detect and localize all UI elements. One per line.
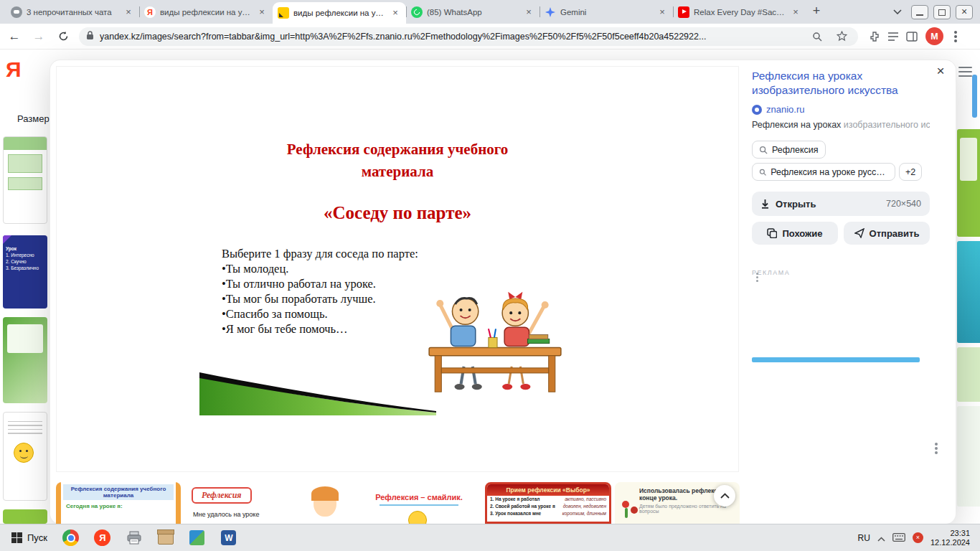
windows-logo-icon: [11, 532, 22, 543]
start-button[interactable]: Пуск: [6, 527, 53, 549]
related-thumbnail-4[interactable]: Прием рефлексии «Выбор» 1. На уроке я ра…: [485, 482, 611, 524]
close-viewer-icon[interactable]: [931, 62, 950, 80]
image-title-link[interactable]: Рефлексия на уроках изобразительного иск…: [752, 69, 930, 98]
tab-close-icon[interactable]: [256, 6, 268, 18]
yandex-logo[interactable]: Я: [6, 57, 22, 82]
tab-close-icon[interactable]: [123, 6, 134, 18]
result-thumbnail[interactable]: [957, 406, 980, 507]
minimize-button[interactable]: [911, 5, 928, 19]
tag-chip-lesson[interactable]: Рефлексия на уроке русского я...: [752, 163, 895, 181]
result-thumbnail[interactable]: [3, 317, 47, 403]
collapse-related-button[interactable]: [714, 485, 735, 507]
tab-title: Relax Every Day #SacDep: [694, 8, 786, 17]
size-filter-label: Размер: [17, 113, 50, 124]
related-thumbnail-3[interactable]: Рефлексия – смайлик.: [357, 482, 481, 524]
thumb-line: 3. Урок показался мнекоротким, длинным: [487, 510, 609, 517]
send-button[interactable]: Отправить: [844, 222, 930, 245]
back-button[interactable]: [4, 27, 24, 47]
more-tags-chip[interactable]: +2: [899, 163, 922, 181]
new-tab-button[interactable]: [806, 1, 826, 22]
tab-search-chevron-icon[interactable]: [888, 2, 907, 21]
tab-whatsapp[interactable]: (85) WhatsApp: [406, 0, 540, 24]
tab-close-icon[interactable]: [390, 7, 401, 19]
reading-list-icon[interactable]: [884, 27, 903, 46]
taskbar-word-icon[interactable]: W: [215, 527, 242, 549]
address-bar[interactable]: yandex.kz/images/search?from=tabbar&img_…: [79, 27, 858, 46]
taskbar-printer-icon[interactable]: [121, 527, 148, 549]
tab-yandex-images-active[interactable]: виды рефлексии на урок: [273, 2, 406, 24]
thumb-subtitle: Мне удалось на уроке: [193, 511, 259, 518]
close-window-button[interactable]: [956, 5, 973, 19]
tab-gemini[interactable]: Gemini: [540, 0, 673, 24]
keyboard-tray-icon[interactable]: [892, 532, 905, 545]
result-thumbnail[interactable]: [957, 129, 980, 237]
download-icon: [760, 199, 770, 209]
thumb-text: 2. Скучно: [6, 258, 44, 265]
flower-decoration: [622, 501, 629, 508]
viewed-image[interactable]: Рефлексия содержания учебногоматериала «…: [56, 66, 739, 472]
image-resolution: 720×540: [886, 199, 921, 209]
taskbar-app-icon[interactable]: [184, 527, 211, 549]
search-image-icon[interactable]: [808, 27, 826, 46]
taskbar-yandex-icon[interactable]: Я: [89, 527, 116, 549]
browser-menu-icon[interactable]: [946, 27, 965, 46]
start-label: Пуск: [27, 532, 47, 543]
result-thumbnail[interactable]: Урок 1. Интересно 2. Скучно 3. Безразлич…: [3, 235, 47, 309]
extensions-icon[interactable]: [865, 27, 884, 46]
taskbar-clock[interactable]: 23:31 12.12.2024: [930, 529, 970, 547]
decor-stripe: [176, 482, 181, 524]
result-thumbnail[interactable]: [957, 347, 980, 402]
thumb-line: 2. Своей работой на уроке ядоволен, недо…: [487, 503, 609, 510]
taskbar-files-icon[interactable]: [152, 527, 179, 549]
result-thumbnail[interactable]: [3, 412, 47, 501]
result-thumbnail[interactable]: [3, 136, 47, 224]
language-indicator[interactable]: RU: [858, 533, 870, 543]
ad-menu-icon[interactable]: [752, 269, 762, 285]
source-site-link[interactable]: znanio.ru: [752, 104, 930, 115]
tag-chip-reflection[interactable]: Рефлексия: [752, 141, 826, 159]
bookmark-star-icon[interactable]: [832, 27, 851, 46]
youtube-favicon-icon: [678, 6, 689, 18]
tab-youtube[interactable]: Relax Every Day #SacDep: [673, 0, 806, 24]
tab-close-icon[interactable]: [523, 6, 534, 18]
similar-images-button[interactable]: Похожие: [752, 222, 838, 245]
page-menu-icon[interactable]: [958, 67, 972, 77]
search-icon: [759, 168, 766, 176]
tab-yandex-search[interactable]: Я виды рефлексии на урок: [139, 0, 273, 24]
refresh-button[interactable]: [53, 27, 73, 47]
tab-title: Gemini: [560, 8, 652, 17]
restore-button[interactable]: [933, 5, 951, 19]
tray-chevron-icon[interactable]: [877, 532, 885, 545]
chat-favicon-icon: [11, 6, 22, 18]
lock-icon: [86, 30, 94, 43]
notification-badge-icon[interactable]: [913, 532, 923, 543]
side-panel-icon[interactable]: [903, 27, 921, 46]
browser-toolbar: yandex.kz/images/search?from=tabbar&img_…: [0, 24, 980, 50]
forward-button[interactable]: [29, 27, 49, 47]
browser-tab-strip: 3 непрочитанных чата Я виды рефлексии на…: [0, 0, 980, 24]
tab-chats[interactable]: 3 непрочитанных чата: [6, 0, 139, 24]
taskbar-chrome-icon[interactable]: [57, 527, 85, 549]
ad-progress-bar: [752, 357, 920, 362]
clock-date: 12.12.2024: [930, 538, 970, 547]
taskbar: Пуск Я W RU 23:31 12.12.2024: [0, 524, 980, 551]
profile-avatar[interactable]: M: [925, 27, 943, 45]
scrollbar-thumb[interactable]: [972, 75, 977, 118]
similar-icon: [767, 228, 777, 238]
girl-illustration: [314, 489, 336, 517]
thumb-title: Рефлексия – смайлик.: [357, 493, 481, 501]
open-button[interactable]: Открыть 720×540: [752, 192, 930, 216]
chevron-up-icon: [720, 493, 730, 499]
image-info-panel: Рефлексия на уроках изобразительного иск…: [752, 69, 930, 362]
viewer-more-menu-icon[interactable]: [931, 441, 941, 456]
tab-close-icon[interactable]: [790, 6, 801, 18]
related-thumbnail-1[interactable]: Рефлексия содержания учебного материала …: [56, 482, 181, 524]
result-thumbnail[interactable]: [957, 241, 980, 343]
whatsapp-favicon-icon: [411, 6, 423, 18]
slide-title: Рефлексия содержания учебногоматериала: [57, 138, 738, 183]
result-thumbnail[interactable]: [3, 509, 47, 524]
related-thumbnail-2[interactable]: Рефлексия Мне удалось на уроке: [184, 482, 354, 524]
tab-close-icon[interactable]: [656, 6, 668, 18]
url-text: yandex.kz/images/search?from=tabbar&img_…: [100, 32, 802, 42]
slide-subtitle: «Соседу по парте»: [57, 203, 738, 223]
